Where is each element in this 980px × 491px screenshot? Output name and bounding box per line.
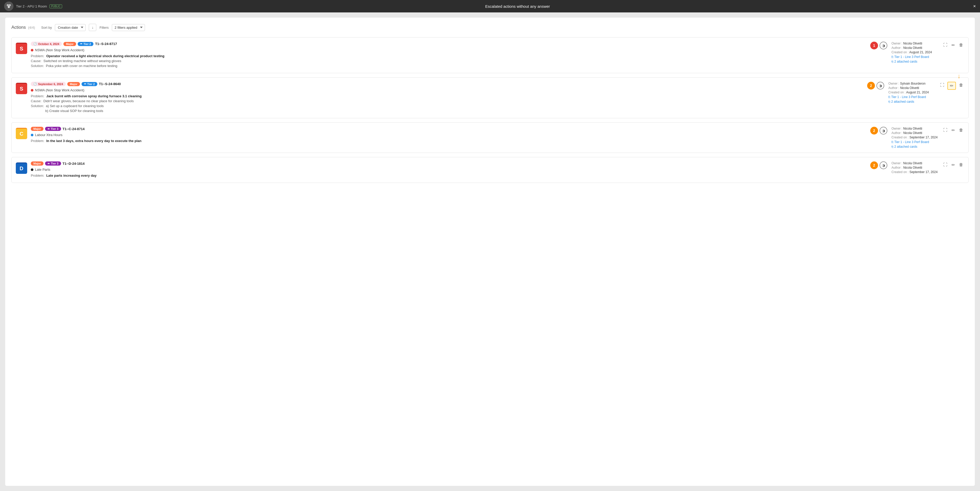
card-meta-4: Owner : Nicola Olivetti Author : Nicola …	[891, 161, 938, 175]
delete-button-3[interactable]: 🗑	[958, 127, 964, 133]
card-cause-2: Cause: Didn't wear gloves, because no cl…	[31, 99, 864, 103]
svg-point-0	[7, 4, 9, 6]
card-number-badge-4: 2	[870, 161, 878, 169]
room-name: Tier 2 - APU 1 Room	[16, 5, 47, 8]
meta-link1-3[interactable]: ⎘ Tier 1 - Line 3 Perf Board	[891, 140, 938, 144]
tier-tag-2: ✏ Tier 2	[81, 82, 97, 86]
priority-tag-2: Major	[67, 82, 80, 86]
actions-title: Actions (4/4)	[11, 25, 35, 30]
action-card-3: C Major ✏ Tier 3 T1--C-24-8714 Labour Xt…	[11, 122, 969, 153]
card-right-3: 2 ◑ Owner : Nicola Olivetti Author : Nic…	[870, 127, 964, 148]
card-tags-3: Major ✏ Tier 3 T1--C-24-8714	[31, 127, 867, 131]
topbar-left: Tier 2 - APU 1 Room PUBLIC	[4, 2, 62, 11]
expand-button-2[interactable]: ⛶	[939, 82, 945, 89]
meta-link1-1[interactable]: ⎘ Tier 1 - Line 3 Perf Board	[891, 55, 938, 59]
arrow-indicator: ↓	[958, 72, 961, 79]
card-category-4: Late Parts	[31, 168, 867, 172]
edit-button-4[interactable]: ✏	[950, 161, 956, 168]
card-actions-4: ⛶ ✏ 🗑	[942, 161, 964, 168]
meta-link2-3[interactable]: ⎗ 2 attached cards	[891, 145, 938, 148]
card-cause-1: Cause: Switched on testing machine witho…	[31, 59, 867, 63]
meta-author-2: Author : Nicola Olivetti	[888, 86, 935, 90]
action-id-3: T1--C-24-8714	[63, 127, 84, 131]
edit-button-2[interactable]: ✏	[947, 82, 956, 90]
expand-button-3[interactable]: ⛶	[942, 127, 948, 133]
meta-created-2: Created on : August 21, 2024	[888, 91, 935, 94]
topbar-title: Escalated actions without any answer	[485, 4, 550, 8]
card-avatar-2: S	[16, 83, 27, 94]
edit-button-1[interactable]: ✏	[950, 42, 956, 49]
filters-label: Filters	[99, 25, 108, 30]
card-problem-3: Problem: In the last 3 days, extra hours…	[31, 139, 867, 143]
actions-count: (4/4)	[28, 25, 35, 30]
date-tag-1: 🕐 October 4, 2024	[31, 42, 62, 46]
card-right-4: 2 ◑ Owner : Nicola Olivetti Author : Nic…	[870, 161, 964, 175]
card-solution-1: Solution: Poka yoke with cover on machin…	[31, 64, 867, 68]
card-number-badge-2: 2	[867, 82, 875, 89]
category-dot-4	[31, 168, 33, 171]
category-dot-1	[31, 49, 33, 51]
card-solution-2: Solution: a) Set up a cupboard for clean…	[31, 104, 864, 108]
card-meta-3: Owner : Nicola Olivetti Author : Nicola …	[891, 127, 938, 148]
card-category-3: Labour Xtra Hours	[31, 133, 867, 137]
tier-icon-2: ✏	[84, 83, 86, 85]
public-badge: PUBLIC	[49, 5, 62, 8]
svg-point-1	[9, 4, 11, 6]
meta-created-3: Created on : September 17, 2024	[891, 135, 938, 139]
card-tags-1: 🕐 October 4, 2024 Major ✏ Tier 2 T1--S-2…	[31, 42, 867, 46]
card-actions-3: ⛶ ✏ 🗑	[942, 127, 964, 134]
actions-header: Actions (4/4) Sort by Creation date Modi…	[11, 24, 969, 31]
card-meta-1: Owner : Nicola Olivetti Author : Nicola …	[891, 42, 938, 64]
action-id-4: T1--D-24-1814	[63, 162, 84, 165]
delete-button-2[interactable]: 🗑	[958, 82, 964, 89]
meta-owner-4: Owner : Nicola Olivetti	[891, 161, 938, 165]
card-problem-4: Problem: Late parts increasing every day	[31, 173, 867, 178]
card-body-4: Major ✏ Tier 3 T1--D-24-1814 Late Parts …	[31, 161, 867, 178]
sort-label: Sort by	[41, 25, 52, 30]
filters-select[interactable]: 2 filters applied No filters	[112, 24, 145, 31]
action-card-4: D Major ✏ Tier 3 T1--D-24-1814 Late Part…	[11, 157, 969, 183]
tier-icon-1: ✏	[80, 43, 82, 45]
priority-tag-4: Major	[31, 161, 43, 165]
tier-tag-4: ✏ Tier 3	[45, 161, 61, 165]
meta-owner-3: Owner : Nicola Olivetti	[891, 127, 938, 130]
action-card-1: S 🕐 October 4, 2024 Major ✏ Tier 2 T1--S…	[11, 37, 969, 73]
card-avatar-3: C	[16, 128, 27, 139]
edit-button-3[interactable]: ✏	[950, 127, 956, 134]
tier-icon-3: ✏	[48, 127, 50, 130]
close-button[interactable]: ×	[973, 4, 976, 9]
meta-link2-1[interactable]: ⎗ 2 attached cards	[891, 60, 938, 64]
meta-author-4: Author : Nicola Olivetti	[891, 166, 938, 170]
priority-tag-1: Major	[64, 42, 76, 46]
clock-icon-1: 🕐	[33, 42, 37, 46]
card-body-2: 🕐 September 6, 2024 Major ✏ Tier 2 T1--S…	[31, 82, 864, 114]
sort-select[interactable]: Creation date Modified date Priority	[55, 24, 86, 31]
sort-direction-button[interactable]: ↓	[89, 24, 96, 31]
card-actions-2: ⛶ ✏ ↓ 🗑	[939, 82, 964, 90]
card-avatar-1: S	[16, 43, 27, 54]
card-meta-2: Owner : Sylvain Bourderon Author : Nicol…	[888, 82, 935, 103]
card-category-1: NSWA (Non Stop Work Accident)	[31, 48, 867, 52]
meta-link1-2[interactable]: ⎘ Tier 1 - Line 3 Perf Board	[888, 95, 935, 99]
date-tag-2: 🕐 September 6, 2024	[31, 82, 66, 86]
tier-tag-3: ✏ Tier 3	[45, 127, 61, 131]
action-card-2: S 🕐 September 6, 2024 Major ✏ Tier 2 T1-…	[11, 77, 969, 118]
svg-point-2	[8, 6, 10, 8]
card-clock-1: ◑	[880, 42, 887, 49]
card-clock-4: ◑	[880, 161, 887, 169]
meta-owner-2: Owner : Sylvain Bourderon	[888, 82, 935, 85]
card-actions-1: ⛶ ✏ 🗑	[942, 42, 964, 49]
card-tags-4: Major ✏ Tier 3 T1--D-24-1814	[31, 161, 867, 165]
card-avatar-4: D	[16, 162, 27, 174]
card-right-1: 1 ◑ Owner : Nicola Olivetti Author : Nic…	[870, 42, 964, 64]
category-dot-2	[31, 89, 33, 92]
expand-button-1[interactable]: ⛶	[942, 42, 948, 48]
meta-link2-2[interactable]: ⎗ 2 attached cards	[888, 100, 935, 103]
card-right-2: 2 ◑ Owner : Sylvain Bourderon Author : N…	[867, 82, 964, 103]
meta-author-3: Author : Nicola Olivetti	[891, 131, 938, 135]
tier-icon-4: ✏	[48, 162, 50, 165]
delete-button-4[interactable]: 🗑	[958, 161, 964, 168]
delete-button-1[interactable]: 🗑	[958, 42, 964, 48]
expand-button-4[interactable]: ⛶	[942, 161, 948, 168]
card-category-2: NSWA (Non Stop Work Accident)	[31, 88, 864, 92]
